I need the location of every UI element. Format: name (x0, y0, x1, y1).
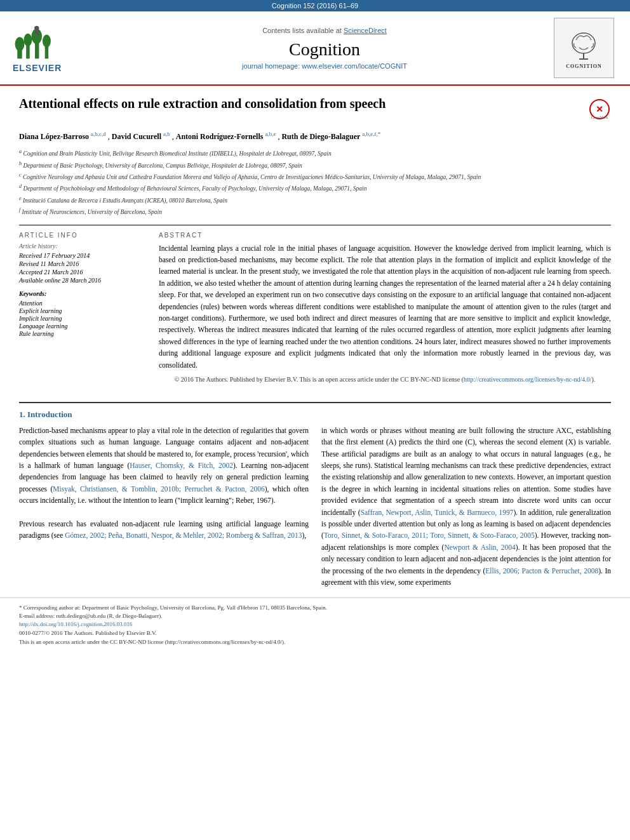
svg-text:CrossMark: CrossMark (591, 116, 608, 119)
affil-b: b Department of Basic Psychology, Univer… (19, 160, 611, 170)
sciencedirect-link[interactable]: ScienceDirect (344, 27, 387, 34)
author-3: Antoni Rodríguez-Fornells (176, 132, 265, 141)
cognition-logo-area: COGNITION (554, 18, 617, 78)
svg-point-8 (34, 25, 39, 30)
journal-title: Cognition (95, 39, 554, 60)
affil-c: c Cognitive Neurology and Aphasia Unit a… (19, 171, 611, 182)
svg-point-10 (572, 33, 595, 53)
top-bar: Cognition 152 (2016) 61–69 (0, 0, 630, 11)
introduction-section: 1. Introduction Prediction-based mechani… (0, 410, 630, 588)
ref-gomez[interactable]: Gómez, 2002; Peña, Bonatti, Nespor, & Me… (65, 531, 302, 539)
author-1: Diana López-Barroso (19, 132, 91, 141)
journal-homepage: journal homepage: www.elsevier.com/locat… (95, 62, 554, 70)
elsevier-logo: ELSEVIER (13, 23, 95, 73)
intro-para-1: Prediction-based mechanisms appear to pl… (19, 425, 309, 507)
abstract-text: Incidental learning plays a crucial role… (159, 243, 611, 371)
cognition-brain-icon (566, 27, 601, 62)
corresponding-note: * Corresponding author at: Department of… (19, 604, 611, 611)
keyword-1: Attention (19, 300, 146, 307)
svg-point-3 (23, 33, 32, 46)
cognition-logo-box: COGNITION (554, 18, 614, 78)
footer-issn: 0010-0277/© 2016 The Authors. Published … (19, 630, 611, 636)
affiliations-section: a Cognition and Brain Plasticity Unit, B… (19, 148, 611, 217)
crossmark-icon: ✕ CrossMark (589, 98, 611, 123)
keywords-label: Keywords: (19, 290, 146, 297)
affil-d: d Department of Psychobiology and Method… (19, 183, 611, 193)
intro-para-2: Previous research has evaluated non-adja… (19, 518, 309, 542)
article-info-label: ARTICLE INFO (19, 232, 146, 239)
article-content: Attentional effects on rule extraction a… (0, 86, 630, 392)
intro-col-right: in which words or phrases without meanin… (321, 425, 611, 588)
intro-col-left: Prediction-based mechanisms appear to pl… (19, 425, 309, 588)
keyword-2: Explicit learning (19, 307, 146, 314)
abstract-license: © 2016 The Authors. Published by Elsevie… (159, 376, 611, 383)
abstract-column: ABSTRACT Incidental learning plays a cru… (159, 232, 611, 383)
ref-misyak[interactable]: Misyak, Christiansen, & Tomblin, 2010b; … (53, 485, 264, 493)
available-date: Available online 28 March 2016 (19, 277, 146, 284)
svg-text:✕: ✕ (596, 105, 603, 114)
keyword-4: Language learning (19, 323, 146, 330)
abstract-label: ABSTRACT (159, 232, 611, 239)
journal-header-center: Contents lists available at ScienceDirec… (95, 27, 554, 70)
ref-ellis[interactable]: Ellis, 2006; Pacton & Perruchet, 2008 (485, 567, 598, 575)
ref-toro[interactable]: Toro, Sinnet, & Soto-Faraco, 2011; Toro,… (324, 531, 535, 539)
keyword-5: Rule learning (19, 330, 146, 337)
author-4: Ruth de Diego-Balaguer (281, 132, 362, 141)
svg-rect-9 (35, 30, 39, 35)
received-date: Received 17 February 2014 (19, 252, 146, 259)
elsevier-wordmark: ELSEVIER (13, 63, 62, 73)
license-link[interactable]: http://creativecommons.org/licenses/by-n… (464, 376, 591, 383)
elsevier-tree-icon (13, 23, 57, 62)
article-title: Attentional effects on rule extraction a… (19, 95, 582, 112)
intro-para-3: in which words or phrases without meanin… (321, 425, 611, 588)
intro-heading: 1. Introduction (19, 410, 611, 420)
article-info-column: ARTICLE INFO Article history: Received 1… (19, 232, 146, 383)
accepted-date: Accepted 21 March 2016 (19, 269, 146, 276)
revised-date: Revised 11 March 2016 (19, 260, 146, 267)
svg-point-7 (43, 34, 51, 47)
intro-columns: Prediction-based mechanisms appear to pl… (19, 425, 611, 588)
authors-section: Diana López-Barroso a,b,c,d , David Cucu… (19, 130, 611, 143)
footer-oa: This is an open access article under the… (19, 639, 611, 645)
info-abstract-columns: ARTICLE INFO Article history: Received 1… (19, 232, 611, 383)
ref-newport[interactable]: Newport & Aslin, 2004 (444, 543, 515, 551)
svg-point-1 (15, 37, 25, 51)
divider-1 (19, 225, 611, 225)
affil-a: a Cognition and Brain Plasticity Unit, B… (19, 148, 611, 158)
journal-header: ELSEVIER Contents lists available at Sci… (0, 11, 630, 86)
author-2: David Cucurell (112, 132, 163, 141)
journal-volume: Cognition 152 (2016) 61–69 (272, 2, 358, 10)
cognition-label: COGNITION (566, 63, 602, 69)
doi-link[interactable]: http://dx.doi.org/10.1016/j.cognition.20… (19, 621, 611, 627)
page-wrapper: Cognition 152 (2016) 61–69 (0, 0, 630, 651)
contents-available: Contents lists available at ScienceDirec… (95, 27, 554, 34)
divider-2 (19, 402, 611, 403)
history-label: Article history: (19, 243, 146, 250)
footer: * Corresponding author at: Department of… (0, 597, 630, 651)
email-note: E-mail address: ruth.dediego@ub.edu (R. … (19, 613, 611, 619)
svg-rect-6 (45, 46, 49, 58)
affil-f: f Institute of Neurosciences, University… (19, 206, 611, 217)
ref-hauser[interactable]: Hauser, Chomsky, & Fitch, 2002 (130, 462, 233, 469)
elsevier-logo-area: ELSEVIER (13, 23, 95, 73)
keyword-3: Implicit learning (19, 315, 146, 322)
affil-e: e Institució Catalana de Recerca i Estud… (19, 195, 611, 205)
ref-saffran[interactable]: Saffran, Newport, Aslin, Tunick, & Barnu… (361, 509, 514, 516)
